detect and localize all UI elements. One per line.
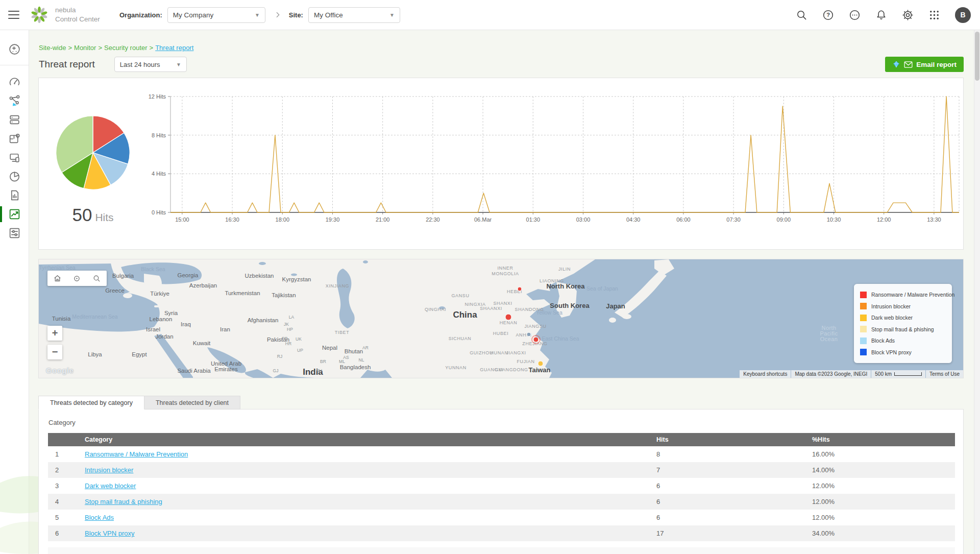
- svg-text:LIAONING: LIAONING: [540, 278, 564, 283]
- sidebar-item-devices[interactable]: [0, 110, 29, 129]
- help-icon[interactable]: ?: [822, 9, 834, 21]
- svg-text:Bulgaria: Bulgaria: [112, 273, 134, 279]
- svg-text:12:00: 12:00: [877, 216, 891, 223]
- site-dropdown[interactable]: My Office ▼: [308, 7, 400, 23]
- email-report-button[interactable]: Email report: [885, 57, 964, 72]
- sidebar-item-clients[interactable]: [0, 148, 29, 167]
- org-overview-icon: [8, 43, 21, 56]
- apps-grid-icon[interactable]: [928, 9, 940, 21]
- breadcrumb-current[interactable]: Threat report: [155, 44, 193, 52]
- svg-text:Bhutan: Bhutan: [345, 348, 363, 354]
- map-zoom-controls: + −: [47, 326, 62, 364]
- threat-charts-panel: Ransomware / Malware Prevention: 8Intrus…: [38, 78, 964, 250]
- sidebar-item-dashboard[interactable]: [0, 73, 29, 91]
- svg-text:Libya: Libya: [88, 351, 102, 357]
- feedback-icon[interactable]: [849, 9, 861, 21]
- hits-line-chart: 15:0016:3018:0019:3021:0022:3006.Mar01:3…: [131, 92, 968, 228]
- breadcrumb-link[interactable]: Site-wide: [39, 44, 66, 52]
- map-toolbar: [47, 271, 107, 286]
- organization-dropdown[interactable]: My Company ▼: [167, 7, 265, 23]
- sidebar-item-analytics[interactable]: [0, 205, 29, 224]
- svg-text:China: China: [453, 310, 477, 320]
- zoom-in-button[interactable]: +: [47, 326, 62, 341]
- svg-text:BR: BR: [320, 359, 326, 364]
- envelope-icon: [904, 61, 913, 68]
- map-locate-icon[interactable]: [72, 274, 81, 283]
- legend-label: Intrusion blocker: [871, 303, 911, 309]
- vertical-scrollbar[interactable]: [974, 30, 980, 554]
- nebula-logo-icon: [29, 4, 50, 26]
- svg-text:GUIZHOU: GUIZHOU: [470, 350, 493, 355]
- legend-item: Intrusion blocker: [860, 301, 946, 312]
- terms-of-use-link[interactable]: Terms of Use: [926, 370, 963, 378]
- map-search-icon[interactable]: [92, 274, 101, 283]
- table-row: 6Block VPN proxy1734.00%: [48, 525, 955, 541]
- sidebar-item-summary-report[interactable]: [0, 186, 29, 205]
- tab-threats-detected-by-client[interactable]: Threats detected by client: [144, 396, 240, 410]
- svg-text:UP: UP: [297, 348, 303, 353]
- svg-text:Azerbaijan: Azerbaijan: [189, 282, 217, 288]
- google-watermark: Google: [46, 366, 74, 375]
- svg-text:GJ: GJ: [273, 368, 279, 373]
- svg-text:JH: JH: [317, 368, 322, 373]
- breadcrumb-link[interactable]: Security router: [104, 44, 148, 52]
- sidebar-item-topology[interactable]: [0, 91, 29, 110]
- world-map[interactable]: BulgariaGeorgiaAzerbaijanTürkiyeGreeceTu…: [39, 259, 963, 378]
- svg-text:UK: UK: [296, 336, 302, 342]
- map-attribution: Keyboard shortcutsMap data ©2023 Google,…: [740, 370, 963, 378]
- category-link[interactable]: Dark web blocker: [85, 482, 136, 490]
- svg-text:Türkiye: Türkiye: [150, 291, 169, 297]
- map-home-icon[interactable]: [53, 274, 62, 283]
- threat-table-panel: Category CategoryHits%Hits1Ransomware / …: [38, 409, 964, 554]
- category-link[interactable]: Stop mail fraud & phishing: [85, 498, 162, 505]
- svg-text:AR: AR: [362, 345, 369, 350]
- threat-map-panel[interactable]: BulgariaGeorgiaAzerbaijanTürkiyeGreeceTu…: [38, 259, 964, 378]
- sidebar-nav: [0, 30, 29, 554]
- clients-icon: [8, 151, 21, 164]
- column-header-hits: Hits: [656, 433, 812, 446]
- app-title: nebula Control Center: [55, 6, 102, 23]
- settings-icon[interactable]: [902, 9, 914, 21]
- time-range-dropdown[interactable]: Last 24 hours ▼: [114, 57, 187, 72]
- svg-text:4 Hits: 4 Hits: [152, 171, 166, 177]
- legend-item: Block Ads: [860, 335, 946, 347]
- category-link[interactable]: Intrusion blocker: [85, 466, 133, 474]
- user-avatar[interactable]: B: [955, 7, 971, 23]
- site-value: My Office: [314, 11, 343, 19]
- svg-text:JIANGXI: JIANGXI: [506, 350, 526, 355]
- legend-swatch: [860, 315, 867, 321]
- tab-threats-detected-by-category[interactable]: Threats detected by category: [38, 396, 144, 410]
- scrollbar-thumb[interactable]: [975, 32, 979, 81]
- zoom-out-button[interactable]: −: [47, 345, 62, 359]
- report-tabs: Threats detected by categoryThreats dete…: [38, 396, 240, 410]
- svg-text:HP: HP: [287, 327, 293, 332]
- sidebar-item-floorplan[interactable]: [0, 129, 29, 148]
- legend-swatch: [860, 326, 867, 332]
- svg-text:GANSU: GANSU: [451, 293, 469, 298]
- svg-text:HR: HR: [285, 341, 291, 346]
- map-attribution-text: Map data ©2023 Google, INEGI: [791, 370, 871, 378]
- notifications-icon[interactable]: [875, 9, 887, 21]
- pct-hits-value: 12.00%: [812, 494, 955, 510]
- svg-text:XINJIANG: XINJIANG: [326, 283, 349, 288]
- legend-item: Block VPN proxy: [860, 347, 946, 358]
- table-row: 4Stop mail fraud & phishing612.00%: [48, 494, 955, 510]
- breadcrumb-link[interactable]: Monitor: [74, 44, 96, 52]
- sidebar-item-settings-sliders[interactable]: [0, 224, 29, 243]
- pie-total-label: 50Hits: [50, 205, 136, 225]
- sidebar-item-usage-pie[interactable]: [0, 167, 29, 186]
- search-icon[interactable]: [796, 9, 807, 21]
- category-link[interactable]: Block Ads: [85, 514, 114, 521]
- map-attribution-text: 500 km: [871, 370, 925, 378]
- keyboard-shortcuts-link[interactable]: Keyboard shortcuts: [740, 370, 791, 378]
- svg-text:22:30: 22:30: [426, 216, 440, 223]
- hits-value: 6: [656, 510, 812, 525]
- category-link[interactable]: Ransomware / Malware Prevention: [85, 450, 188, 458]
- sidebar-item-org-overview[interactable]: [0, 37, 29, 61]
- row-index: 4: [48, 494, 85, 510]
- svg-text:Mediterranean Sea: Mediterranean Sea: [72, 314, 117, 320]
- svg-text:Tajikistan: Tajikistan: [272, 292, 296, 298]
- hamburger-menu-icon[interactable]: [8, 11, 19, 19]
- category-link[interactable]: Block VPN proxy: [85, 529, 135, 537]
- row-index: 6: [48, 525, 85, 541]
